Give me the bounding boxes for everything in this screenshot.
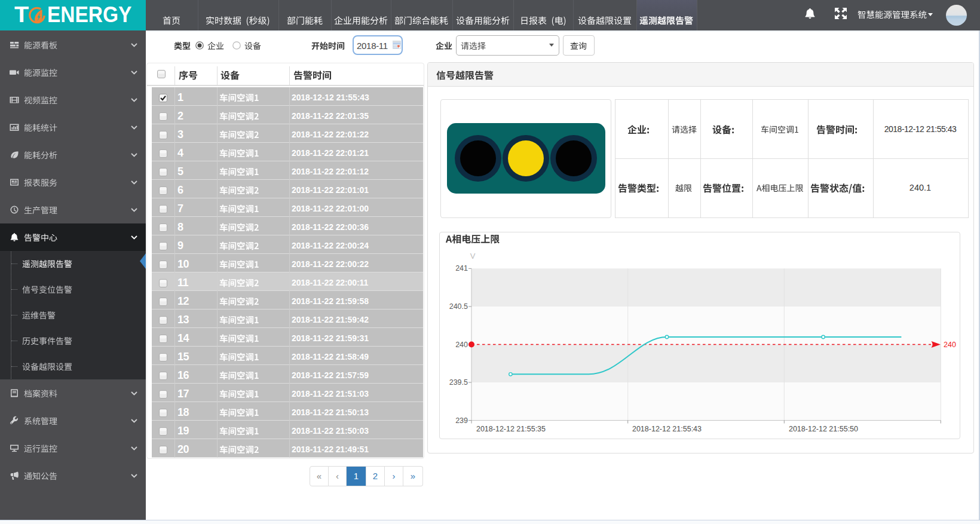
svg-text:240.5: 240.5 <box>449 302 468 311</box>
svg-text:241: 241 <box>455 264 468 272</box>
svg-text:239: 239 <box>455 416 468 425</box>
svg-text:240: 240 <box>944 341 956 349</box>
svg-text:2018-12-12 21:55:50: 2018-12-12 21:55:50 <box>789 425 858 433</box>
svg-text:2018-12-12 21:55:43: 2018-12-12 21:55:43 <box>632 425 702 433</box>
svg-text:V: V <box>470 252 476 261</box>
svg-text:2018-12-12 21:55:35: 2018-12-12 21:55:35 <box>476 425 546 433</box>
svg-text:240: 240 <box>455 341 468 349</box>
svg-text:239.5: 239.5 <box>449 378 468 387</box>
